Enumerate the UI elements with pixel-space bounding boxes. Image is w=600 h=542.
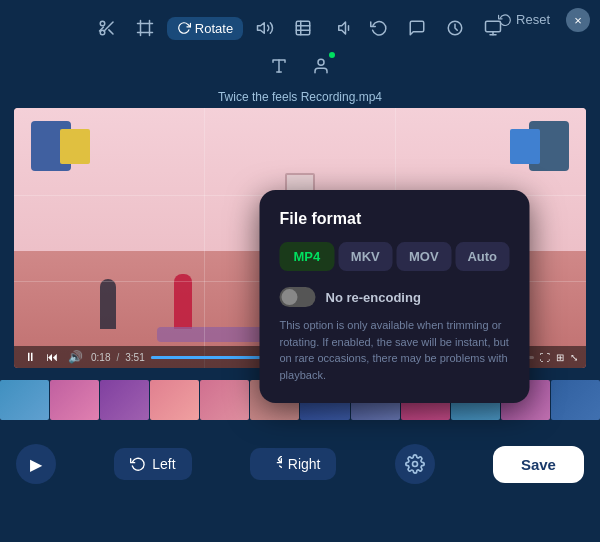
no-reencoding-toggle[interactable] bbox=[280, 287, 316, 307]
save-label: Save bbox=[521, 456, 556, 473]
thumbnail-2 bbox=[50, 380, 99, 420]
settings-button[interactable] bbox=[395, 444, 435, 484]
format-tab-mov[interactable]: MOV bbox=[397, 242, 452, 271]
audio-icon bbox=[256, 19, 274, 37]
right-rotate-icon bbox=[266, 456, 282, 472]
expand-button[interactable]: ⤡ bbox=[570, 352, 578, 363]
right-rotate-button[interactable]: Right bbox=[250, 448, 337, 480]
toolbar: Rotate bbox=[0, 0, 600, 90]
reset-icon bbox=[498, 13, 512, 27]
dialog-title: File format bbox=[280, 210, 510, 228]
thumbnail-5 bbox=[200, 380, 249, 420]
reset-label: Reset bbox=[516, 12, 550, 27]
progress-fill bbox=[151, 356, 266, 359]
timer-icon bbox=[446, 19, 464, 37]
svg-point-19 bbox=[412, 462, 417, 467]
video-prev-frame[interactable]: ⏮ bbox=[44, 350, 60, 364]
overlay-tool-button[interactable] bbox=[287, 12, 319, 44]
save-button[interactable]: Save bbox=[493, 446, 584, 483]
format-tab-mp4[interactable]: MP4 bbox=[280, 242, 335, 271]
volume-tool-button[interactable] bbox=[325, 12, 357, 44]
filename: Twice the feels Recording.mp4 bbox=[0, 90, 600, 108]
reset-button[interactable]: Reset bbox=[488, 8, 560, 31]
format-tabs: MP4 MKV MOV Auto bbox=[280, 242, 510, 271]
pip-button[interactable]: ⊞ bbox=[556, 352, 564, 363]
format-mov-label: MOV bbox=[409, 249, 439, 264]
svg-point-0 bbox=[100, 21, 105, 26]
svg-rect-5 bbox=[140, 24, 149, 33]
video-current-time: 0:18 bbox=[91, 352, 110, 363]
revert-icon bbox=[370, 19, 388, 37]
fullscreen-button[interactable]: ⛶ bbox=[540, 352, 550, 363]
close-button[interactable]: × bbox=[566, 8, 590, 32]
thumbnail-4 bbox=[150, 380, 199, 420]
person-indicator bbox=[329, 52, 335, 58]
toolbar-row2 bbox=[10, 50, 590, 84]
format-tab-mkv[interactable]: MKV bbox=[338, 242, 393, 271]
text-tool-button[interactable] bbox=[263, 50, 295, 82]
crop-icon bbox=[136, 19, 154, 37]
format-auto-label: Auto bbox=[467, 249, 497, 264]
file-format-dialog: File format MP4 MKV MOV Auto No re-encod… bbox=[260, 190, 530, 403]
volume-icon bbox=[332, 19, 350, 37]
play-button[interactable]: ▶ bbox=[16, 444, 56, 484]
rotate-tool-button[interactable]: Rotate bbox=[167, 17, 243, 40]
svg-point-18 bbox=[318, 59, 324, 65]
cut-tool-button[interactable] bbox=[91, 12, 123, 44]
dialog-description: This option is only available when trimm… bbox=[280, 317, 510, 383]
video-total-time: 3:51 bbox=[125, 352, 144, 363]
close-icon: × bbox=[574, 13, 582, 28]
toggle-label: No re-encoding bbox=[326, 290, 421, 305]
video-next-frame[interactable]: 🔊 bbox=[66, 350, 85, 364]
toggle-row: No re-encoding bbox=[280, 287, 510, 307]
gear-icon bbox=[405, 454, 425, 474]
rotate-icon bbox=[177, 21, 191, 35]
format-tab-auto[interactable]: Auto bbox=[455, 242, 510, 271]
person-tool-button[interactable] bbox=[305, 50, 337, 82]
revert-tool-button[interactable] bbox=[363, 12, 395, 44]
left-rotate-icon bbox=[130, 456, 146, 472]
toggle-knob bbox=[282, 289, 298, 305]
left-rotate-label: Left bbox=[152, 456, 175, 472]
left-rotate-button[interactable]: Left bbox=[114, 448, 191, 480]
format-mkv-label: MKV bbox=[351, 249, 380, 264]
right-rotate-label: Right bbox=[288, 456, 321, 472]
svg-marker-6 bbox=[258, 23, 265, 34]
person-2 bbox=[174, 274, 192, 329]
svg-rect-7 bbox=[296, 21, 310, 35]
text-icon bbox=[270, 57, 288, 75]
bottom-bar: ▶ Left Right Save bbox=[0, 436, 600, 492]
overlay-icon bbox=[294, 19, 312, 37]
cut-icon bbox=[98, 19, 116, 37]
time-separator: / bbox=[116, 352, 119, 363]
picture-left bbox=[60, 129, 90, 164]
svg-line-3 bbox=[109, 30, 113, 34]
caption-icon bbox=[408, 19, 426, 37]
thumbnail-12 bbox=[551, 380, 600, 420]
crop-tool-button[interactable] bbox=[129, 12, 161, 44]
play-icon: ▶ bbox=[30, 455, 42, 474]
audio-tool-button[interactable] bbox=[249, 12, 281, 44]
thumbnail-3 bbox=[100, 380, 149, 420]
format-mp4-label: MP4 bbox=[293, 249, 320, 264]
person-icon bbox=[312, 57, 330, 75]
toolbar-row1: Rotate bbox=[10, 6, 590, 46]
rotate-label: Rotate bbox=[195, 21, 233, 36]
caption-tool-button[interactable] bbox=[401, 12, 433, 44]
thumbnail-1 bbox=[0, 380, 49, 420]
timer-tool-button[interactable] bbox=[439, 12, 471, 44]
picture-right bbox=[510, 129, 540, 164]
video-play-button[interactable]: ⏸ bbox=[22, 350, 38, 364]
person-1 bbox=[100, 279, 116, 329]
